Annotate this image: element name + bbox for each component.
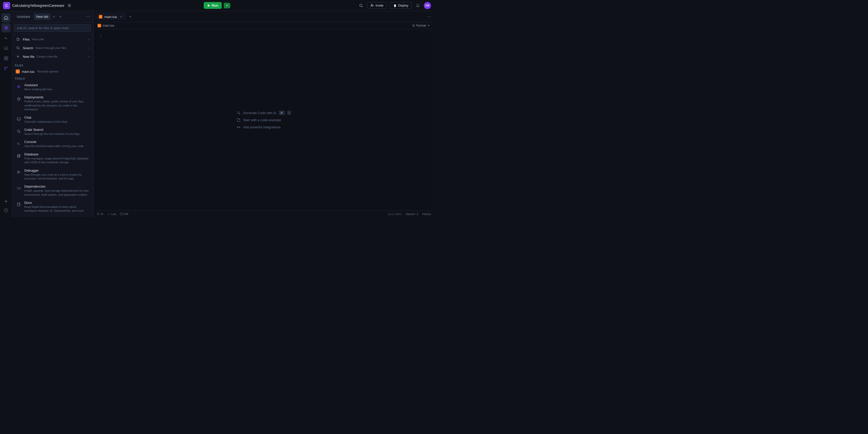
tools-section-label: Tools [12, 75, 93, 81]
svg-rect-22 [4, 59, 6, 60]
svg-point-36 [18, 86, 19, 87]
chat-icon [16, 116, 22, 122]
run-chevron-button[interactable] [224, 3, 230, 8]
tab-new-tab[interactable]: New tab [34, 13, 51, 20]
format-button[interactable]: Format [412, 24, 430, 27]
tool-item-deployments[interactable]: Deployments Publish a live, stable, publ… [13, 93, 92, 113]
sidebar-item-home[interactable] [2, 13, 11, 22]
tool-desc-chat: Chat with collaborators in this Repl [24, 120, 89, 124]
editor-tab-close[interactable]: ✕ [119, 15, 123, 19]
search-input-wrapper [14, 24, 91, 32]
svg-rect-23 [6, 59, 8, 60]
panel-search [12, 22, 93, 34]
sidebar-item-terminal[interactable] [2, 33, 11, 42]
menu-item-new-file-content: New file Create a new file [23, 55, 86, 59]
panel-tab-more[interactable]: ⋯ [85, 13, 91, 20]
breadcrumb-file-dot: L [97, 24, 101, 27]
search-input[interactable] [17, 26, 88, 30]
file-dot-lua: L [16, 69, 20, 74]
editor-tab-more[interactable]: ⋯ [426, 13, 432, 20]
repl-menu-button[interactable] [66, 3, 72, 9]
code-editor[interactable]: 1 Generate Code with AI ⌘ I [93, 29, 434, 210]
tool-desc-debugger: Step through your code as it runs to ins… [24, 173, 89, 181]
panel-tab-add[interactable]: + [57, 14, 63, 20]
svg-line-32 [19, 49, 20, 50]
sidebar-item-console[interactable] [2, 44, 11, 53]
statusbar-spaces: Spaces: 2 [406, 212, 418, 215]
svg-point-53 [239, 126, 240, 127]
svg-marker-37 [17, 97, 20, 100]
tool-title-debugger: Debugger [24, 169, 89, 172]
svg-marker-3 [208, 4, 210, 7]
sidebar-item-help[interactable]: ? [2, 206, 11, 215]
hint-code-example[interactable]: Start with a code example [237, 118, 281, 122]
menu-item-new-file[interactable]: New file Create a new file › [13, 52, 92, 61]
svg-point-42 [18, 154, 20, 155]
tool-desc-docs: Read Replit Documentation to learn about… [24, 205, 89, 213]
tab-assistant[interactable]: Assistant [14, 13, 33, 20]
tab-new-tab-close[interactable]: ✕ [52, 15, 56, 19]
tool-item-console[interactable]: Console View the terminal output after r… [13, 138, 92, 150]
svg-marker-43 [18, 171, 20, 173]
tool-item-assistant[interactable]: Assistant Move existing tab here [13, 81, 92, 93]
avatar: FR [424, 2, 431, 9]
new-file-label: New file [23, 55, 34, 59]
invite-button[interactable]: Invite [367, 2, 386, 9]
tool-item-extension-store[interactable]: Extension Store Find and install workspa… [13, 215, 92, 217]
menu-item-search[interactable]: Search Search through your files › [13, 44, 92, 52]
tool-title-chat: Chat [24, 116, 89, 119]
tool-title-dependencies: Dependencies [24, 184, 89, 189]
statusbar-diff[interactable]: Diff [120, 212, 128, 215]
sidebar-item-add[interactable] [2, 197, 11, 206]
svg-rect-1 [68, 5, 71, 6]
tool-item-database[interactable]: Database Fully-managed, usage-based Post… [13, 150, 92, 167]
tool-desc-assistant: Move existing tab here [24, 87, 89, 91]
svg-line-40 [19, 132, 20, 133]
tool-title-database: Database [24, 152, 89, 156]
app-container: C CalculatingYellowgreenCareware Run Inv… [0, 0, 434, 217]
hint-integrations[interactable]: Add powerful Integrations [237, 125, 280, 129]
statusbar-language[interactable]: Lua [107, 212, 116, 215]
svg-point-31 [17, 47, 19, 49]
hint-generate-code-label: Generate Code with AI [243, 111, 276, 115]
svg-point-5 [360, 4, 362, 6]
statusbar-history[interactable]: History [422, 212, 431, 215]
docs-icon [16, 201, 22, 207]
integrations-icon [237, 125, 241, 129]
notifications-button[interactable] [415, 3, 421, 9]
hint-kbd-cmd: ⌘ [279, 111, 284, 115]
database-icon [16, 153, 22, 159]
tool-item-deployments-content: Deployments Publish a live, stable, publ… [24, 95, 89, 111]
run-button[interactable]: Run [204, 2, 222, 9]
sidebar-item-git[interactable] [2, 64, 11, 73]
repl-icon: C [3, 2, 10, 9]
svg-point-25 [5, 69, 6, 70]
editor-tab-add[interactable]: + [127, 14, 133, 20]
tool-item-debugger[interactable]: Debugger Step through your code as it ru… [13, 167, 92, 183]
menu-item-files[interactable]: Files Find a file › [13, 35, 92, 44]
topbar-center: Run [204, 2, 230, 9]
svg-point-11 [5, 26, 8, 29]
tool-item-console-content: Console View the terminal output after r… [24, 140, 89, 148]
tool-item-code-search[interactable]: Code Search Search through the text cont… [13, 126, 92, 138]
tool-item-docs[interactable]: Docs Read Replit Documentation to learn … [13, 199, 92, 215]
deploy-button[interactable]: Deploy [390, 2, 412, 9]
sidebar-item-ai[interactable] [2, 23, 11, 32]
search-label: Search [23, 46, 33, 50]
hint-generate-code[interactable]: Generate Code with AI ⌘ I [237, 111, 291, 115]
search-button[interactable] [358, 3, 364, 9]
hint-code-example-label: Start with a code example [243, 118, 281, 122]
statusbar-ai[interactable]: AI [96, 212, 103, 215]
search-subtitle: Search through your files [35, 47, 66, 50]
line-numbers: 1 [93, 29, 104, 210]
topbar-left: C CalculatingYellowgreenCareware [3, 2, 201, 9]
tool-item-docs-content: Docs Read Replit Documentation to learn … [24, 201, 89, 213]
file-icon [16, 37, 20, 41]
generate-code-icon [237, 111, 241, 115]
menu-item-files-content: Files Find a file [23, 37, 86, 41]
file-item-main-lua[interactable]: L main.lua Recently opened [13, 68, 92, 75]
tool-item-dependencies[interactable]: 7il Dependencies Install, upgrade, and m… [13, 182, 92, 199]
editor-tab-main-lua[interactable]: L main.lua ✕ [95, 13, 126, 20]
tool-item-chat[interactable]: Chat Chat with collaborators in this Rep… [13, 114, 92, 126]
sidebar-item-extensions[interactable] [2, 54, 11, 63]
